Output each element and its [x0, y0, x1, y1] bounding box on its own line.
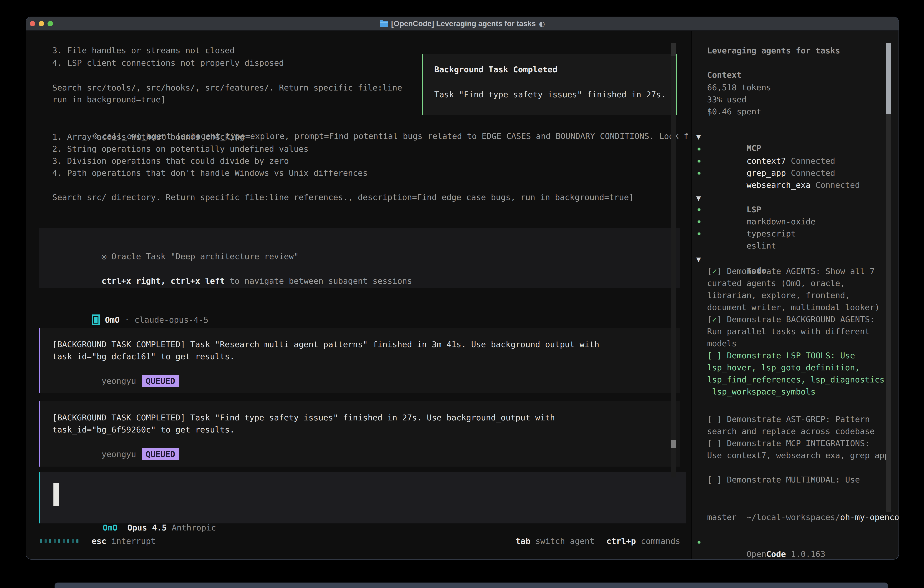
scrollback-line: 3. File handles or streams not closed [52, 45, 234, 56]
agent-square-icon [92, 314, 100, 325]
todo-item-done: [✓]Demonstrate BACKGROUND AGENTS: Run pa… [707, 313, 874, 350]
tab-key-hint: tab [516, 535, 530, 547]
queued-badge: QUEUED [142, 375, 179, 387]
input-agent-name: OmO [103, 523, 117, 532]
spinner-dots-icon [40, 539, 78, 543]
statusbar-right: tab switch agent ctrl+p commands [516, 535, 680, 547]
ctrlp-key-hint: ctrl+p [606, 535, 636, 547]
todo-item-done: [✓]Demonstrate AGENTS: Show all 7 curate… [707, 265, 879, 313]
agent-name: OmO [105, 315, 120, 324]
session-title: Leveraging agents for tasks [707, 45, 840, 57]
window-title: [OpenCode] Leveraging agents for tasks [391, 19, 536, 28]
todo-item-active: [ ]Demonstrate LSP TOOLS: Use lsp_hover,… [707, 350, 889, 398]
oracle-task-card: ◎ Oracle Task "Deep architecture review"… [39, 228, 680, 288]
todo-item-pending: [ ]Demonstrate MULTIMODAL: Use [707, 474, 860, 486]
notification-body: Task "Find type safety issues" finished … [434, 88, 666, 101]
background-window-edge [54, 583, 888, 588]
todo-item-pending: [ ]Demonstrate AST-GREP: Pattern search … [707, 413, 874, 437]
todo-item-pending: [ ]Demonstrate MCP INTEGRATIONS: Use con… [707, 437, 889, 461]
context-spent: $0.46 spent [707, 106, 761, 117]
context-used: 33% used [707, 93, 746, 106]
opencode-window: [OpenCode] Leveraging agents for tasks ◐… [26, 17, 899, 559]
notification-toast: Background Task Completed Task "Find typ… [422, 54, 677, 115]
window-title-group: [OpenCode] Leveraging agents for tasks ◐ [26, 17, 899, 30]
context-tokens: 66,518 tokens [707, 81, 771, 93]
version-line: OpenCode 1.0.163 [707, 536, 825, 559]
task-message-line: [BACKGROUND TASK COMPLETED] Task "Resear… [52, 339, 599, 350]
ctrlp-key-label: commands [636, 535, 680, 547]
notification-title: Background Task Completed [434, 63, 558, 76]
chevron-down-icon: ▼ [696, 192, 701, 204]
check-icon: ✓ [712, 315, 717, 324]
task-message-line: [BACKGROUND TASK COMPLETED] Task "Find t… [52, 411, 555, 424]
status-dot-icon [698, 160, 701, 163]
scrollback-line: run_in_background=true] [52, 93, 166, 106]
status-dot-icon [698, 220, 701, 223]
task-message-line: task_id="bg_6f59260c" to get results. [52, 424, 234, 436]
task-author: yeongyu [102, 376, 136, 386]
text-cursor [53, 483, 59, 506]
oracle-hint: ctrl+x right, ctrl+x left to navigate be… [52, 263, 412, 299]
background-task-card: [BACKGROUND TASK COMPLETED] Task "Resear… [39, 328, 680, 393]
sidebar: Leveraging agents for tasks Context 66,5… [691, 31, 899, 559]
task-meta-line: yeongyuQUEUED [52, 436, 179, 472]
status-dot-icon [698, 541, 701, 543]
task-message-line: task_id="bg_dcfac161" to get results. [52, 350, 234, 362]
chevron-down-icon: ▼ [696, 131, 701, 143]
background-task-card: [BACKGROUND TASK COMPLETED] Task "Find t… [39, 401, 680, 467]
input-provider: Anthropic [167, 523, 216, 532]
titlebar: [OpenCode] Leveraging agents for tasks ◐ [26, 17, 899, 31]
message-input[interactable]: OmO Opus 4.5 Anthropic [39, 472, 686, 524]
esc-key-label: interrupt [106, 535, 156, 547]
main-scrollbar[interactable] [671, 43, 676, 477]
scrollback-line: Search src/tools/, src/hooks/, src/featu… [52, 82, 402, 94]
sidebar-scrollbar-thumb[interactable] [886, 43, 891, 114]
half-circle-busy-icon: ◐ [539, 20, 545, 28]
statusbar-left: esc interrupt [40, 535, 156, 547]
context-header: Context [707, 69, 742, 81]
bug-list-item: 4. Path operations that don't handle Win… [52, 167, 368, 179]
scrollback-line: 4. LSP client connections not properly d… [52, 57, 284, 69]
scrollback-line: Search src/ directory. Return specific f… [52, 191, 634, 203]
bug-list-item: 1. Array access without bounds checking [52, 131, 244, 143]
bug-list-item: 2. String operations on potentially unde… [52, 143, 309, 155]
queued-badge: QUEUED [142, 448, 179, 460]
sidebar-scrollbar-track[interactable] [886, 114, 891, 512]
agent-model: claude-opus-4-5 [134, 315, 208, 324]
task-meta-line: yeongyuQUEUED [52, 363, 179, 399]
status-dot-icon [698, 208, 701, 211]
status-dot-icon [698, 172, 701, 175]
input-model-name: Opus 4.5 [127, 523, 167, 532]
task-author: yeongyu [102, 449, 136, 459]
main-scrollbar-cap [671, 43, 676, 56]
workspace-branch: master [707, 511, 737, 523]
main-scrollbar-thumb[interactable] [671, 440, 676, 448]
status-dot-icon [698, 147, 701, 150]
hint-keys: ctrl+x right, ctrl+x left [102, 276, 225, 286]
status-dot-icon [698, 232, 701, 235]
bug-list-item: 3. Division operations that could divide… [52, 155, 289, 167]
folder-icon [380, 21, 388, 27]
chevron-down-icon: ▼ [696, 253, 701, 265]
terminal-pane: 3. File handles or streams not closed 4.… [26, 31, 688, 559]
esc-key-hint: esc [92, 535, 106, 547]
check-icon: ✓ [712, 266, 717, 276]
oracle-icon: ◎ [102, 252, 107, 261]
tab-key-label: switch agent [530, 535, 594, 547]
